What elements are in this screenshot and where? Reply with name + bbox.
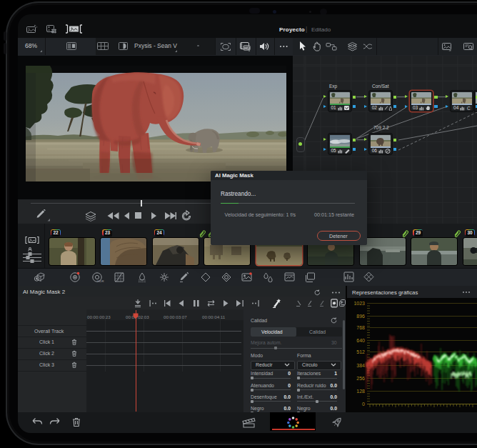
svg-text:C: C <box>467 106 471 111</box>
svg-text:384: 384 <box>356 363 365 368</box>
svg-text:HDR: HDR <box>98 279 104 283</box>
svg-text:256: 256 <box>356 376 365 381</box>
svg-text:640: 640 <box>356 338 365 343</box>
svg-text:128: 128 <box>356 389 365 394</box>
svg-text:768: 768 <box>356 325 365 330</box>
svg-text:512: 512 <box>356 349 365 354</box>
svg-text:896: 896 <box>356 314 365 319</box>
svg-text:1023: 1023 <box>353 301 365 306</box>
svg-text:0: 0 <box>362 402 365 407</box>
